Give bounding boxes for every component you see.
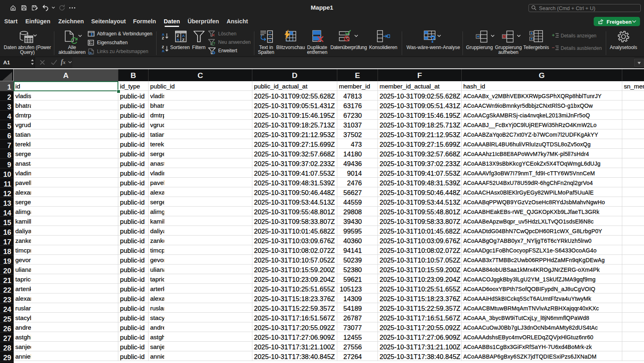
- svg-text:Z: Z: [162, 45, 164, 49]
- svg-text:Z: Z: [177, 33, 179, 38]
- svg-text:?: ?: [429, 33, 436, 43]
- svg-text:Z: Z: [162, 36, 164, 40]
- svg-text:A: A: [162, 49, 165, 53]
- svg-text:Z: Z: [182, 37, 185, 42]
- svg-text:A: A: [177, 37, 180, 42]
- svg-text:A: A: [182, 33, 185, 38]
